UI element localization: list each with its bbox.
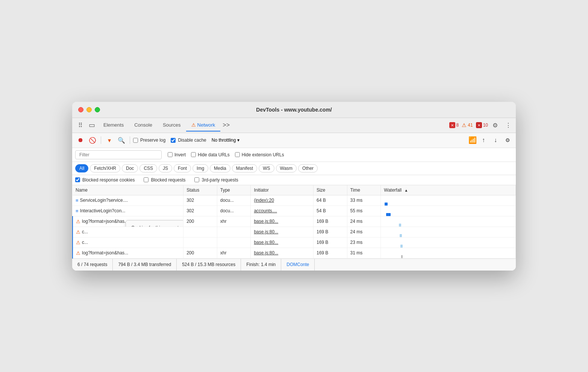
error-badge: ✕ 8 <box>449 122 459 128</box>
row-5-size: 169 B <box>313 237 347 248</box>
filter-input[interactable] <box>75 150 162 159</box>
th-initiator[interactable]: Initiator <box>251 185 314 195</box>
status-bar: 6 / 74 requests 794 B / 3.4 MB transferr… <box>72 259 516 271</box>
type-filter-manifest[interactable]: Manifest <box>232 164 257 172</box>
hide-extension-urls-label[interactable]: Hide extension URLs <box>235 152 284 157</box>
th-type[interactable]: Type <box>217 185 251 195</box>
type-filter-doc[interactable]: Doc <box>122 164 138 172</box>
blocked-response-cookies-checkbox[interactable] <box>75 177 80 182</box>
throttling-select[interactable]: No throttling ▾ <box>212 138 240 143</box>
th-name[interactable]: Name <box>73 185 183 195</box>
tab-elements[interactable]: Elements <box>98 119 129 132</box>
minimize-button[interactable] <box>86 107 92 112</box>
tab-network[interactable]: ⚠ Network <box>186 119 221 132</box>
status-resources: 524 B / 15.3 MB resources <box>177 259 241 271</box>
network-warning-icon: ⚠ <box>191 122 196 128</box>
table-row-warning[interactable]: ⚠ c... base.js:80... 169 B 24 ms <box>73 227 516 237</box>
close-button[interactable] <box>78 107 83 112</box>
network-table-container[interactable]: Name Status Type Initiator Size Time Wat… <box>72 185 516 259</box>
th-time[interactable]: Time <box>347 185 381 195</box>
tab-more[interactable]: >> <box>220 122 232 129</box>
tab-badges: ✕ 8 ⚠ 41 ✕ 10 <box>449 122 488 128</box>
row-2-name: ≡ InteractiveLogin?con... <box>73 206 183 216</box>
more-options-button[interactable]: ⋮ <box>504 120 513 130</box>
warning-icon: ⚠ <box>76 250 80 256</box>
type-filter-other[interactable]: Other <box>298 164 318 172</box>
th-waterfall[interactable]: Waterfall ▲ <box>381 185 516 195</box>
filter-bar: Invert Hide data URLs Hide extension URL… <box>72 148 516 162</box>
tab-cursor-icon[interactable]: ⠿ <box>75 122 86 129</box>
preserve-log-label[interactable]: Preserve log <box>133 138 165 143</box>
third-party-requests-label[interactable]: 3rd-party requests <box>194 177 238 183</box>
table-row-warning[interactable]: ⚠ log?format=json&has... 200 xhr base.js… <box>73 248 516 258</box>
type-filter-img[interactable]: Img <box>192 164 208 172</box>
preserve-log-checkbox[interactable] <box>133 138 138 143</box>
row-1-initiator[interactable]: (index):20 <box>251 195 314 206</box>
cookie-tooltip: Cookies for this request are blocked due… <box>126 220 183 227</box>
third-party-requests-checkbox[interactable] <box>194 177 199 182</box>
toolbar: ⏺ 🚫 ▾ 🔍 Preserve log Disable cache No th… <box>72 133 516 148</box>
row-6-initiator[interactable]: base.js:80... <box>251 248 314 258</box>
type-filter-all[interactable]: All <box>75 164 88 172</box>
row-6-waterfall <box>381 248 516 258</box>
table-row[interactable]: ≡ ServiceLogin?service.... 302 docu... (… <box>73 195 516 206</box>
tab-console[interactable]: Console <box>129 119 158 132</box>
invert-label[interactable]: Invert <box>168 152 186 157</box>
cookie-filter-row: Blocked response cookies Blocked request… <box>72 175 516 185</box>
devtools-body: ⠿ ▭ Elements Console Sources ⚠ Network >… <box>72 118 516 271</box>
row-5-name: ⚠ c... <box>73 237 183 248</box>
th-status[interactable]: Status <box>183 185 217 195</box>
sort-arrow-icon: ▲ <box>405 188 408 192</box>
stop-recording-button[interactable]: ⏺ <box>75 135 86 145</box>
blocked-response-cookies-label[interactable]: Blocked response cookies <box>75 177 135 183</box>
clear-button[interactable]: 🚫 <box>87 135 98 145</box>
type-filter-wasm[interactable]: Wasm <box>276 164 297 172</box>
row-4-time: 24 ms <box>347 227 381 237</box>
maximize-button[interactable] <box>95 107 100 112</box>
tab-device-icon[interactable]: ▭ <box>86 121 98 129</box>
settings-gear-button[interactable]: ⚙ <box>491 120 499 130</box>
table-row[interactable]: ≡ InteractiveLogin?con... 302 docu... ac… <box>73 206 516 216</box>
row-5-initiator[interactable]: base.js:80... <box>251 237 314 248</box>
warning-badge: ⚠ 41 <box>462 122 473 128</box>
row-3-initiator[interactable]: base.js:80... <box>251 216 314 227</box>
row-1-name: ≡ ServiceLogin?service.... <box>73 195 183 206</box>
row-3-name: ⚠ log?format=json&has... Cookies for thi… <box>73 216 183 227</box>
type-filter-fetch-xhr[interactable]: Fetch/XHR <box>90 164 120 172</box>
type-filter-css[interactable]: CSS <box>139 164 157 172</box>
doc-icon: ≡ <box>76 198 79 203</box>
type-filter-js[interactable]: JS <box>159 164 172 172</box>
warning-icon: ⚠ <box>76 229 80 235</box>
row-4-status <box>183 227 217 237</box>
upload-button[interactable]: ↑ <box>478 135 489 145</box>
row-2-initiator[interactable]: accounts.... <box>251 206 314 216</box>
disable-cache-checkbox[interactable] <box>171 138 176 143</box>
disable-cache-label[interactable]: Disable cache <box>171 138 206 143</box>
type-filter-ws[interactable]: WS <box>259 164 274 172</box>
search-button[interactable]: 🔍 <box>116 135 127 145</box>
tab-sources[interactable]: Sources <box>158 119 186 132</box>
window-title: DevTools - www.youtube.com/ <box>256 107 332 113</box>
th-size[interactable]: Size <box>313 185 347 195</box>
invert-checkbox[interactable] <box>168 152 173 157</box>
filter-button[interactable]: ▾ <box>104 135 115 145</box>
download-button[interactable]: ↓ <box>490 135 501 145</box>
blocked-requests-checkbox[interactable] <box>144 177 149 182</box>
row-4-waterfall <box>381 227 516 237</box>
network-settings-button[interactable]: ⚙ <box>502 135 513 145</box>
blocked-requests-label[interactable]: Blocked requests <box>144 177 185 183</box>
type-filter-bar: All Fetch/XHR Doc CSS JS Font Img Media … <box>72 162 516 175</box>
hide-extension-urls-checkbox[interactable] <box>235 152 240 157</box>
hide-data-urls-label[interactable]: Hide data URLs <box>191 152 230 157</box>
table-row-warning[interactable]: ⚠ log?format=json&has... Cookies for thi… <box>73 216 516 227</box>
row-4-initiator[interactable]: base.js:80... <box>251 227 314 237</box>
doc-icon: ≡ <box>76 208 79 214</box>
type-filter-media[interactable]: Media <box>210 164 230 172</box>
type-filter-font[interactable]: Font <box>174 164 191 172</box>
other-badge: ✕ 10 <box>476 122 488 128</box>
hide-data-urls-checkbox[interactable] <box>191 152 196 157</box>
table-row-warning[interactable]: ⚠ c... base.js:80... 169 B 23 ms <box>73 237 516 248</box>
tab-bar: ⠿ ▭ Elements Console Sources ⚠ Network >… <box>72 118 516 133</box>
other-error-icon: ✕ <box>476 122 482 128</box>
row-2-time: 55 ms <box>347 206 381 216</box>
